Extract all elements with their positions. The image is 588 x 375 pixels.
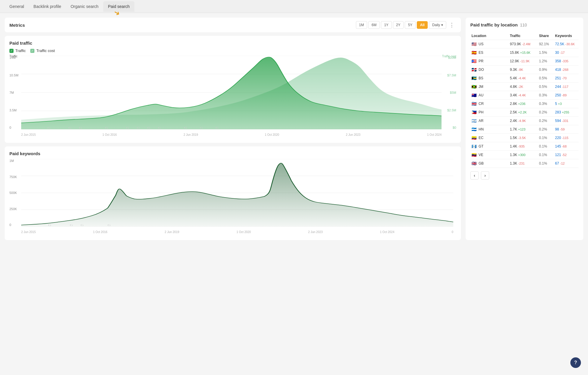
keywords-cell-GB: 67 -12 (555, 161, 577, 165)
country-code-PH: PH (479, 110, 484, 114)
pagination: ‹ › (470, 168, 579, 180)
location-count: 110 (520, 23, 527, 27)
country-code-VE: VE (479, 153, 483, 157)
location-cell-EC: 🇪🇨 EC (472, 135, 509, 140)
traffic-cell-PH: 2.5K +2.2K (510, 110, 538, 114)
table-row[interactable]: 🇬🇹 GT 1.4K -935 0.1% 145 -68 (470, 142, 579, 151)
table-row[interactable]: 🇯🇲 JM 4.8K -2K 0.5% 244 -117 (470, 83, 579, 91)
keywords-cell-AR: 594 -331 (555, 119, 577, 123)
table-row[interactable]: 🇧🇸 BS 5.4K -4.4K 0.5% 251 -70 (470, 74, 579, 83)
legend-traffic[interactable]: ✓ Traffic (9, 48, 26, 53)
table-row[interactable]: 🇺🇸 US 973.9K -2.4M 92.1% 72.5K -30.6K (470, 40, 579, 48)
more-options-button[interactable]: ⋮ (447, 22, 456, 28)
country-code-CR: CR (479, 102, 484, 106)
traffic-cell-DO: 9.3K -8K (510, 68, 538, 72)
col-share: Share (539, 34, 554, 38)
share-cell-AR: 0.2% (539, 119, 554, 123)
country-code-EC: EC (479, 136, 484, 140)
keywords-cell-BS: 251 -70 (555, 76, 577, 80)
location-cell-AR: 🇦🇷 AR (472, 118, 509, 123)
col-keywords: Keywords (555, 34, 577, 38)
share-cell-GT: 0.1% (539, 144, 554, 148)
table-row[interactable]: 🇨🇷 CR 2.8K +236 0.3% 5 +3 (470, 100, 579, 108)
metrics-title: Metrics (9, 23, 25, 28)
paid-keywords-title: Paid keywords (9, 151, 456, 156)
time-2y[interactable]: 2Y (393, 21, 404, 29)
svg-text:G: G (147, 126, 151, 129)
traffic-cell-GB: 1.3K -231 (510, 161, 538, 165)
table-row[interactable]: 🇵🇷 PR 12.9K -11.9K 1.2% 358 -335 (470, 57, 579, 66)
flag-JM: 🇯🇲 (472, 84, 477, 89)
legend-traffic-cost[interactable]: ✓ Traffic cost (30, 48, 55, 53)
share-cell-CR: 0.3% (539, 102, 554, 106)
flag-DO: 🇩🇴 (472, 67, 477, 72)
keywords-cell-HN: 98 -59 (555, 127, 577, 131)
keywords-cell-PR: 358 -335 (555, 59, 577, 63)
location-cell-ES: 🇪🇸 ES (472, 50, 509, 55)
country-code-US: US (479, 42, 484, 46)
country-code-BS: BS (479, 76, 483, 80)
table-row[interactable]: 🇵🇭 PH 2.5K +2.2K 0.2% 283 +255 (470, 108, 579, 117)
traffic-cell-GT: 1.4K -935 (510, 144, 538, 148)
table-row[interactable]: 🇭🇳 HN 1.7K +123 0.2% 98 -59 (470, 125, 579, 134)
kw-x-axis: 2 Jun 2015 1 Oct 2016 2 Jun 2019 1 Oct 2… (21, 228, 453, 235)
flag-VE: 🇻🇪 (472, 153, 477, 157)
paid-keywords-section: Paid keywords 1M 750K 500K 250K 0 (5, 146, 461, 240)
table-row[interactable]: 🇪🇸 ES 15.8K +15.6K 1.5% 30 -17 (470, 48, 579, 57)
traffic-cell-AR: 2.4K -4.9K (510, 119, 538, 123)
location-header: Paid traffic by location 110 (470, 22, 579, 27)
time-5y[interactable]: 5Y (405, 21, 416, 29)
time-6m[interactable]: 6M (368, 21, 380, 29)
time-1y[interactable]: 1Y (381, 21, 392, 29)
flag-BS: 🇧🇸 (472, 76, 477, 81)
keywords-cell-VE: 121 -52 (555, 153, 577, 157)
location-panel: Paid traffic by location 110 Location Tr… (466, 18, 583, 240)
col-traffic: Traffic (510, 34, 538, 38)
time-1m[interactable]: 1M (356, 21, 367, 29)
keywords-chart-container: 1M 750K 500K 250K 0 (9, 159, 456, 235)
time-all[interactable]: All (417, 21, 428, 29)
time-daily[interactable]: Daily ▾ (429, 21, 446, 29)
y-axis-right: $10M $7.5M $5M $2.5M $0 (447, 56, 456, 129)
table-row[interactable]: 🇩🇴 DO 9.3K -8K 0.9% 418 -268 (470, 66, 579, 74)
keywords-cell-JM: 244 -117 (555, 85, 577, 89)
share-cell-ES: 1.5% (539, 51, 554, 55)
share-cell-PH: 0.2% (539, 110, 554, 114)
table-row[interactable]: 🇬🇧 GB 1.3K -231 0.1% 67 -12 (470, 159, 579, 168)
location-cell-GB: 🇬🇧 GB (472, 161, 509, 166)
country-code-DO: DO (479, 68, 484, 72)
flag-GT: 🇬🇹 (472, 144, 477, 149)
svg-text:G: G (137, 126, 140, 129)
tab-general[interactable]: General (5, 1, 29, 12)
table-row[interactable]: 🇦🇷 AR 2.4K -4.9K 0.2% 594 -331 (470, 117, 579, 125)
traffic-cell-AU: 3.4K -4.4K (510, 93, 538, 97)
legend-traffic-label: Traffic (15, 48, 26, 53)
country-code-HN: HN (479, 127, 484, 131)
svg-text:G: G (81, 224, 84, 227)
table-row[interactable]: 🇦🇺 AU 3.4K -4.4K 0.3% 250 -89 (470, 91, 579, 100)
country-code-JM: JM (479, 85, 483, 89)
kw-chart-svg: G G G G (21, 159, 453, 227)
top-navigation: General Backlink profile Organic search … (0, 0, 588, 13)
table-row[interactable]: 🇪🇨 EC 1.5K -3.5K 0.1% 220 -115 (470, 134, 579, 142)
traffic-cell-BS: 5.4K -4.4K (510, 76, 538, 80)
location-cell-PR: 🇵🇷 PR (472, 59, 509, 63)
share-cell-US: 92.1% (539, 42, 554, 46)
prev-page-button[interactable]: ‹ (470, 171, 479, 180)
traffic-checkbox[interactable]: ✓ (9, 49, 14, 53)
tab-organic[interactable]: Organic search (66, 1, 103, 12)
country-code-GB: GB (479, 161, 484, 165)
tab-backlink[interactable]: Backlink profile (29, 1, 66, 12)
table-row[interactable]: 🇻🇪 VE 1.3K +300 0.1% 121 -52 (470, 151, 579, 159)
location-cell-CR: 🇨🇷 CR (472, 101, 509, 106)
tab-paid-search[interactable]: Paid search (103, 1, 134, 12)
y-axis-left: 14M 10.5M 7M 3.5M 0 (9, 56, 19, 129)
svg-text:G: G (184, 126, 187, 129)
location-cell-HN: 🇭🇳 HN (472, 127, 509, 132)
traffic-chart-area: G G G G G G G G G G G (21, 56, 442, 129)
traffic-cost-checkbox[interactable]: ✓ (30, 49, 34, 53)
traffic-cell-CR: 2.8K +236 (510, 102, 538, 106)
next-page-button[interactable]: › (481, 171, 489, 180)
flag-EC: 🇪🇨 (472, 135, 477, 140)
kw-chart-area: G G G G (21, 159, 453, 227)
